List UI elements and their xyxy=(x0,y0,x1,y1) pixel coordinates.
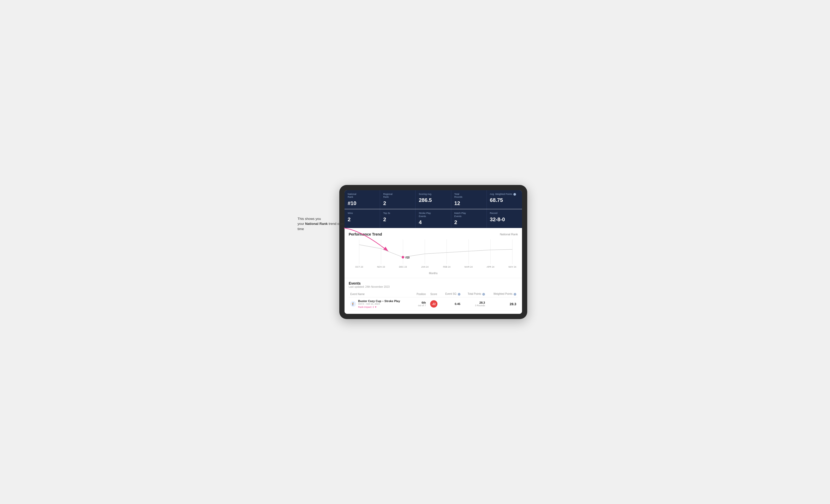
score-badge: -22 xyxy=(430,300,438,308)
stat-national-rank: NationalRank #10 xyxy=(345,190,380,209)
stats-row1: NationalRank #10 RegionalRank 2 Scoring … xyxy=(345,190,522,209)
event-name: Buster Cozy Cup – Stroke Play xyxy=(358,300,400,303)
svg-text:FEB 24: FEB 24 xyxy=(443,266,450,268)
info-icon-sg: i xyxy=(458,293,460,296)
svg-text:MAR 24: MAR 24 xyxy=(465,266,473,268)
stat-total-rounds: TotalRounds 12 xyxy=(451,190,486,209)
svg-text:#10: #10 xyxy=(405,256,410,259)
svg-text:DEC 23: DEC 23 xyxy=(399,266,407,268)
info-icon-tp: i xyxy=(482,293,485,296)
annotation-line2: your xyxy=(297,222,305,226)
chart-section: Performance Trend National Rank xyxy=(345,228,522,278)
stat-scoring-avg: Scoring Avg. 286.5 xyxy=(416,190,451,209)
event-weighted-points: 28.3 xyxy=(486,297,518,311)
col-event-sg: Event SG i xyxy=(440,291,462,297)
col-event-name: Event Name xyxy=(349,291,412,297)
stat-wins: Wins 2 xyxy=(345,209,380,228)
stat-top3s: Top 3s 2 xyxy=(380,209,415,228)
col-weighted-points: Weighted Points i xyxy=(486,291,518,297)
stat-stroke-play: Stroke PlayEvents 4 xyxy=(416,209,451,228)
stat-regional-rank: RegionalRank 2 xyxy=(380,190,415,209)
info-icon-avg: i xyxy=(513,193,516,196)
events-last-updated: Last updated: 24th November 2023 xyxy=(349,285,518,288)
chart-svg: #10 OCT 23 NOV 23 DEC 23 JAN 24 FEB 24 M… xyxy=(349,239,518,271)
event-rank-impact: Rank Impact: 3 ▼ xyxy=(358,306,400,308)
annotation-text: This shows you your National Rank trend … xyxy=(297,216,350,232)
event-name-cell: 🏌 Buster Cozy Cup – Stroke Play Oct 9 – … xyxy=(349,297,412,311)
chart-header: Performance Trend National Rank xyxy=(349,232,518,236)
chart-area: #10 OCT 23 NOV 23 DEC 23 JAN 24 FEB 24 M… xyxy=(349,239,518,271)
event-sg: 0.45 xyxy=(440,297,462,311)
col-score: Score xyxy=(427,291,440,297)
stat-avg-weighted-points: Avg. Weighted Points i 68.75 xyxy=(487,190,522,209)
event-date: Oct 9 – Oct 10, 2023 xyxy=(358,303,400,305)
tablet-screen: NationalRank #10 RegionalRank 2 Scoring … xyxy=(345,190,522,314)
annotation-line1: This shows you xyxy=(297,217,321,221)
event-position: 6th out of 7 xyxy=(412,297,427,311)
table-row: 🏌 Buster Cozy Cup – Stroke Play Oct 9 – … xyxy=(349,297,518,311)
stat-match-play: Match PlayEvents 2 xyxy=(451,209,486,228)
event-icon: 🏌 xyxy=(350,301,356,307)
svg-text:NOV 23: NOV 23 xyxy=(377,266,385,268)
stat-record: Record 32-8-0 xyxy=(487,209,522,228)
svg-text:APR 24: APR 24 xyxy=(486,266,494,268)
svg-text:JAN 24: JAN 24 xyxy=(421,266,428,268)
stats-row2: Wins 2 Top 3s 2 Stroke PlayEvents 4 Matc… xyxy=(345,209,522,228)
svg-text:OCT 23: OCT 23 xyxy=(355,266,363,268)
svg-point-9 xyxy=(402,256,404,259)
chart-x-axis-label: Months xyxy=(349,272,518,276)
events-table: Event Name Position Score Event SG i Tot… xyxy=(349,291,518,311)
svg-text:MAY 24: MAY 24 xyxy=(508,266,516,268)
events-title: Events xyxy=(349,281,518,285)
col-total-points: Total Points i xyxy=(462,291,487,297)
annotation-bold: National Rank xyxy=(305,222,328,226)
col-position: Position xyxy=(412,291,427,297)
chart-subtitle: National Rank xyxy=(500,233,518,236)
tablet-frame: NationalRank #10 RegionalRank 2 Scoring … xyxy=(339,185,527,319)
event-score: -22 xyxy=(427,297,440,311)
info-icon-wp: i xyxy=(514,293,516,296)
events-section: Events Last updated: 24th November 2023 … xyxy=(345,278,522,314)
chart-title: Performance Trend xyxy=(349,232,382,236)
event-total-points: 28.3 3 Rounds xyxy=(462,297,487,311)
